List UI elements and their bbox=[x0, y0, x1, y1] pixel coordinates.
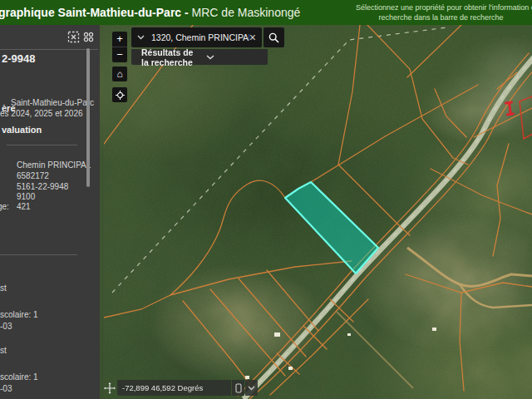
frontage-value: 421 bbox=[17, 202, 31, 211]
coordinates-display: -72,899 46,592 Degrés bbox=[117, 380, 231, 396]
zoom-in-button[interactable]: + bbox=[112, 32, 127, 47]
page-title-org: MRC de Maskinongé bbox=[192, 6, 301, 19]
locate-button[interactable] bbox=[112, 87, 127, 102]
date-fragment: -03 bbox=[0, 384, 12, 393]
page-title: graphique Saint-Mathieu-du-Parc - MRC de… bbox=[0, 0, 300, 25]
chevron-down-icon bbox=[248, 386, 255, 391]
clear-search-icon[interactable]: × bbox=[249, 32, 256, 43]
property-info-panel: 2-9948 ère Saint-Mathieu-du-Parc es 2024… bbox=[0, 25, 101, 399]
app-header: graphique Saint-Mathieu-du-Parc - MRC de… bbox=[0, 0, 532, 25]
divider bbox=[0, 49, 98, 50]
search-button[interactable] bbox=[264, 27, 284, 47]
search-icon bbox=[268, 32, 279, 43]
school-tax-fragment: scolaire: 1 bbox=[0, 372, 38, 382]
roll-years-value: es 2024, 2025 et 2026 bbox=[0, 109, 83, 118]
lot-number-value: 6582172 bbox=[17, 171, 49, 180]
zoom-out-button[interactable]: − bbox=[112, 47, 127, 62]
date-fragment: -03 bbox=[0, 322, 12, 331]
coordinate-format-button[interactable] bbox=[232, 380, 244, 396]
map-canvas[interactable] bbox=[100, 25, 532, 399]
school-tax-fragment: scolaire: 1 bbox=[0, 310, 38, 319]
search-input[interactable]: 1320, Chemin PRINCIPAL × bbox=[131, 27, 262, 47]
header-instructions-line2: recherche dans la barre de recherche bbox=[356, 13, 526, 22]
usage-code-value: 9100 bbox=[17, 192, 35, 201]
crosshair-locate-icon bbox=[116, 91, 125, 100]
search-results-label: Résultats de la recherche bbox=[141, 47, 196, 67]
sidebar-scrollbar[interactable] bbox=[86, 48, 90, 187]
municipality-value: Saint-Mathieu-du-Parc bbox=[11, 98, 94, 107]
matricule-value: 5161-22-9948 bbox=[17, 182, 68, 191]
clear-selection-icon[interactable] bbox=[67, 31, 80, 43]
address-value: Chemin PRINCIPAL bbox=[17, 160, 91, 170]
zoom-control: + − bbox=[112, 32, 127, 62]
search-source-chevron-icon[interactable] bbox=[137, 35, 145, 40]
grid-apps-icon[interactable] bbox=[82, 31, 95, 43]
divider bbox=[0, 254, 77, 255]
section-evaluation-heading: valuation bbox=[2, 125, 42, 135]
header-instructions-line1: Sélectionnez une propriété pour obtenir … bbox=[356, 3, 532, 12]
value-fragment: st bbox=[0, 283, 7, 293]
matricule-heading: 2-9948 bbox=[2, 52, 35, 65]
results-chevron-icon[interactable] bbox=[206, 55, 261, 60]
frontage-label: ge: bbox=[0, 202, 9, 211]
search-results-bar[interactable]: Résultats de la recherche bbox=[131, 49, 268, 65]
value-fragment: st bbox=[0, 346, 7, 355]
map-overlay bbox=[104, 25, 532, 399]
divider bbox=[7, 145, 77, 145]
device-icon bbox=[235, 383, 242, 393]
coordinates-expand-button[interactable] bbox=[245, 380, 258, 396]
home-extent-button[interactable]: ⌂ bbox=[112, 66, 127, 81]
search-value[interactable]: 1320, Chemin PRINCIPAL bbox=[151, 32, 249, 42]
coordinates-value: -72,899 46,592 Degrés bbox=[122, 383, 203, 392]
pan-crosshair-icon bbox=[104, 382, 116, 395]
page-title-main: graphique Saint-Mathieu-du-Parc - bbox=[0, 6, 189, 19]
